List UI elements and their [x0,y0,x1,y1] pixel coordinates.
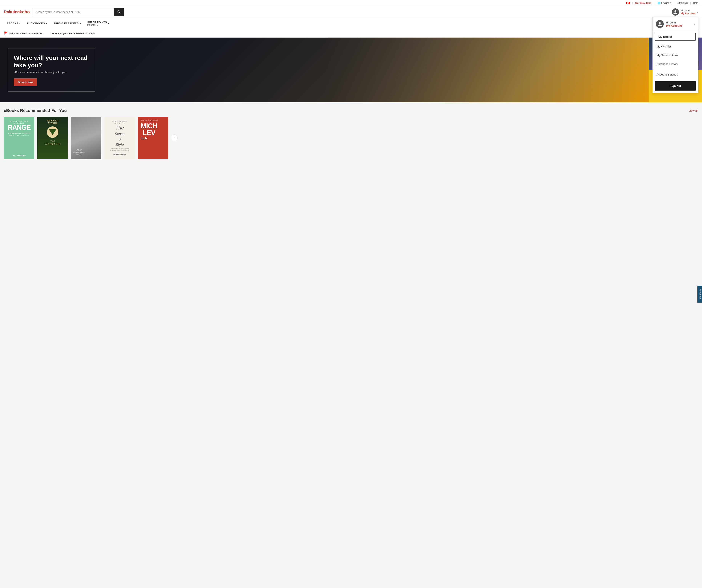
dropdown-item-my-wishlist[interactable]: My Wishlist [653,42,698,51]
divider: | [632,2,633,4]
testaments-title: THETESTAMENTS [45,140,60,145]
super-chevron-icon: ▾ [108,22,110,25]
canada-flag-icon: 🇨🇦 [626,1,630,5]
testaments-cover-inner: MARGARETATWOOD THETESTAMENTS [37,117,68,159]
range-author: DAVID EPSTEIN [13,155,25,157]
flash-title-text: MICHLEV [141,123,157,136]
account-greeting: Hi, John [681,9,696,12]
dropdown-greeting: Hi, John [666,21,682,24]
sense-title: TheSenseofStyle [115,125,124,147]
hero-content: Where will your next read take you? eBoo… [8,48,95,92]
search-button[interactable] [114,8,124,16]
daily-deals-text: Get DAILY DEALS and more! [9,32,43,35]
browse-now-button[interactable]: Browse Now [14,78,37,86]
nav-item-apps-ereaders[interactable]: APPS & eREADERS ▾ [50,19,84,28]
flag-container: 🇨🇦 [626,1,630,5]
sense-author: STEVEN PINKER [113,153,127,155]
site-header: Rakuten kobo Hi, John My Account ▾ [0,6,702,18]
recommendations-promo[interactable]: John, see your RECOMMENDATIONS [51,32,95,35]
logo-link[interactable]: Rakuten kobo [4,10,30,14]
person-icon [673,10,678,14]
account-button[interactable]: Hi, John My Account ▾ [672,8,698,16]
gift-cards-link[interactable]: Gift Cards [677,2,688,4]
book-cover-testaments: MARGARETATWOOD THETESTAMENTS [37,117,68,159]
super-points-balance: Balance: 0 [87,24,107,26]
divider3: | [674,2,674,4]
super-points-label: SUPER POINTS [87,21,107,24]
search-icon [117,10,121,14]
book-cover-range: BY NEW YORK TIMES BESTSELLER RANGE WHY G… [4,117,34,159]
account-chevron-icon: ▾ [697,11,698,13]
book-cover-flash: BY NEW YORK TIMES MICHLEV FLA [138,117,168,159]
books-section-title: eBooks Recommended For You [4,108,67,113]
book-card-range[interactable]: BY NEW YORK TIMES BESTSELLER RANGE WHY G… [4,117,34,159]
language-label: English [661,2,670,4]
dropdown-item-my-subscriptions[interactable]: My Subscriptions [653,51,698,60]
promo-flag-icon: 🚩 [4,31,8,35]
range-subtitle-text: WHY GENERALISTS TRIUMPHIN A SPECIALIZED … [8,132,30,136]
books-next-arrow[interactable]: › [171,134,178,141]
first-title-text: FIRSTWHAT IT TAKESTO WIN [74,149,85,156]
flash-nyt: BY NEW YORK TIMES [141,119,158,121]
logo-rakuten: Rakuten [4,10,20,14]
book-card-testaments[interactable]: MARGARETATWOOD THETESTAMENTS [37,117,68,159]
dropdown-item-purchase-history[interactable]: Purchase History [653,60,698,69]
nav-item-audiobooks[interactable]: AUDIOBOOKS ▾ [24,19,50,28]
dropdown-expand-icon: ▾ [693,22,695,26]
book-cover-first: FIRSTWHAT IT TAKESTO WIN [71,117,101,159]
account-avatar-icon [672,8,679,16]
dropdown-header: Hi, John My Account ▾ [653,17,698,31]
hero-title: Where will your next read take you? [14,54,89,69]
globe-icon: 🌐 [658,2,661,4]
nav-item-super-points[interactable]: SUPER POINTS Balance: 0 ▾ [84,18,112,29]
book-card-first[interactable]: FIRSTWHAT IT TAKESTO WIN [71,117,101,159]
apps-label: APPS & eREADERS [53,22,79,25]
sign-out-button[interactable]: Sign out [655,81,696,91]
account-text-container: Hi, John My Account [681,9,696,15]
first-cover-inner: FIRSTWHAT IT TAKESTO WIN [71,117,101,159]
flash-cover-inner: BY NEW YORK TIMES MICHLEV FLA [138,117,168,159]
dropdown-person-icon [657,21,662,26]
hero-subtitle: eBook recommendations chosen just for yo… [14,71,89,74]
promos-strip: 🚩 Get DAILY DEALS and more! John, see yo… [0,29,702,37]
search-bar [33,8,124,16]
promo-text[interactable]: Get $15, John! [635,2,652,4]
help-link[interactable]: Help [693,2,698,4]
dropdown-item-account-settings[interactable]: Account Settings [653,70,698,79]
ebooks-chevron-icon: ▾ [19,22,21,25]
audiobooks-label: AUDIOBOOKS [27,22,45,25]
language-selector[interactable]: 🌐 English ▾ [658,2,672,4]
dropdown-item-my-books[interactable]: My Books [655,33,696,40]
apps-chevron-icon: ▾ [80,22,81,25]
hero-main-panel: Where will your next read take you? eBoo… [0,37,649,102]
dropdown-my-account: My Account [666,24,682,27]
ebooks-label: eBOOKS [7,22,18,25]
dropdown-header-text: Hi, John My Account [666,21,682,27]
divider2: | [655,2,655,4]
books-grid: BY NEW YORK TIMES BESTSELLER RANGE WHY G… [4,117,168,159]
nav-item-ebooks[interactable]: eBOOKS ▾ [4,19,24,28]
divider4: | [690,2,691,4]
book-card-flash[interactable]: BY NEW YORK TIMES MICHLEV FLA [138,117,168,159]
view-all-link[interactable]: View all [689,109,698,112]
search-input[interactable] [33,9,114,15]
hero-box: Where will your next read take you? eBoo… [8,48,95,92]
testaments-image [47,126,58,138]
account-dropdown: Hi, John My Account ▾ My Books My Wishli… [653,17,698,93]
testaments-author: MARGARETATWOOD [46,119,59,124]
audiobooks-chevron-icon: ▾ [46,22,47,25]
book-cover-sense: NEW YORK TIMESBESTSELLER TheSenseofStyle… [104,117,135,159]
sense-subtitle: the thinking person's guideto writing in… [110,148,129,152]
dropdown-avatar-icon [656,20,664,28]
books-section: eBooks Recommended For You View all BY N… [0,102,702,165]
book-card-sense[interactable]: NEW YORK TIMESBESTSELLER TheSenseofStyle… [104,117,135,159]
daily-deals-promo[interactable]: 🚩 Get DAILY DEALS and more! [4,31,43,35]
flash-title-part2: FLA [141,136,147,140]
sense-cover-inner: NEW YORK TIMESBESTSELLER TheSenseofStyle… [104,117,135,159]
recommendations-text: John, see your RECOMMENDATIONS [51,32,95,35]
super-points-container: SUPER POINTS Balance: 0 [87,21,107,26]
sense-nyt: NEW YORK TIMESBESTSELLER [112,120,127,124]
range-title-text: RANGE [8,124,30,131]
top-bar: 🇨🇦 | Get $15, John! | 🌐 English ▾ | Gift… [0,0,702,6]
hero-banner: Where will your next read take you? eBoo… [0,37,702,102]
